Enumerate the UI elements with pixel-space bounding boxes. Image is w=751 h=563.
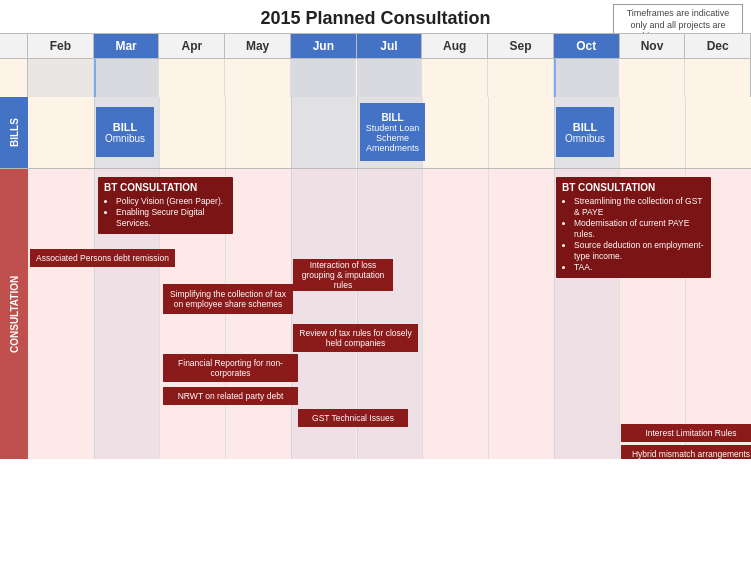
bt-consult-right-b3: Source deduction on employment-type inco… (574, 240, 705, 262)
band-col-sep (488, 59, 554, 97)
bills-shade-jun (291, 97, 357, 168)
vline-mar (94, 59, 96, 97)
bill-omnibus-2: BILL Omnibus (556, 107, 614, 157)
bill-student-loan: BILL Student Loan Scheme Amendments (360, 103, 425, 161)
bill1-title: BILL (113, 121, 137, 133)
bar-gst-technical: GST Technical Issues (298, 409, 408, 427)
band-col-jul (357, 59, 423, 97)
bt-consult-right-title: BT CONSULTATION (562, 182, 705, 193)
bills-row: BILLS BILL (0, 97, 751, 169)
band-col-may (225, 59, 291, 97)
bt-consult-right-b1: Streamlining the collection of GST & PAY… (574, 196, 705, 218)
bill2-title: BILL (381, 112, 403, 123)
grid-line-dec (685, 97, 686, 168)
bt-consult-right-b4: TAA. (574, 262, 705, 273)
top-band-content (28, 59, 751, 97)
bills-content: BILL Omnibus BILL Student Loan Scheme Am… (28, 97, 751, 168)
bar-financial-reporting: Financial Reporting for non-corporates (163, 354, 298, 382)
month-dec: Dec (685, 34, 751, 59)
top-band (0, 59, 751, 97)
timeline: Feb Mar Apr May Jun Jul Aug Sep Oct Nov … (0, 33, 751, 459)
bar-hybrid-mismatch: Hybrid mismatch arrangements (621, 445, 751, 459)
bar-associated-persons: Associated Persons debt remission (30, 249, 175, 267)
bill3-title: BILL (573, 121, 597, 133)
bill-omnibus-1: BILL Omnibus (96, 107, 154, 157)
label-spacer (0, 34, 28, 59)
band-col-oct (554, 59, 620, 97)
page: 2015 Planned Consultation Timeframes are… (0, 0, 751, 563)
grid-line-apr (159, 97, 160, 168)
bar-nrwt: NRWT on related party debt (163, 387, 298, 405)
month-may: May (225, 34, 291, 59)
header: 2015 Planned Consultation Timeframes are… (0, 0, 751, 33)
bt-consult-left-bullet2: Enabling Secure Digital Services. (116, 207, 227, 229)
months-row: Feb Mar Apr May Jun Jul Aug Sep Oct Nov … (0, 33, 751, 59)
band-col-nov (619, 59, 685, 97)
month-mar: Mar (94, 34, 160, 59)
bills-label: BILLS (0, 97, 28, 168)
band-col-jun (291, 59, 357, 97)
band-col-aug (422, 59, 488, 97)
bt-consultation-left: BT CONSULTATION Policy Vision (Green Pap… (98, 177, 233, 234)
month-sep: Sep (488, 34, 554, 59)
grid-line-nov (619, 97, 620, 168)
bt-consult-left-bullet1: Policy Vision (Green Paper). (116, 196, 227, 207)
bill2-subtitle: Student Loan Scheme Amendments (363, 123, 422, 153)
consultation-content: BT CONSULTATION Policy Vision (Green Pap… (28, 169, 751, 459)
grid-line-may (225, 97, 226, 168)
month-aug: Aug (422, 34, 488, 59)
bt-consult-left-title: BT CONSULTATION (104, 182, 227, 193)
bt-consultation-right: BT CONSULTATION Streamlining the collect… (556, 177, 711, 278)
vline-oct (554, 59, 556, 97)
month-jul: Jul (357, 34, 423, 59)
band-col-dec (685, 59, 751, 97)
band-col-feb (28, 59, 94, 97)
month-oct: Oct (554, 34, 620, 59)
top-band-spacer (0, 59, 28, 97)
month-feb: Feb (28, 34, 94, 59)
month-nov: Nov (620, 34, 686, 59)
consultation-label: CONSULTATION (0, 169, 28, 459)
bill3-subtitle: Omnibus (565, 133, 605, 144)
bar-tax-rules-closely-held: Review of tax rules for closely held com… (293, 324, 418, 352)
bt-consult-right-b2: Modernisation of current PAYE rules. (574, 218, 705, 240)
bar-loss-grouping: Interaction of loss grouping & imputatio… (293, 259, 393, 291)
bill1-subtitle: Omnibus (105, 133, 145, 144)
band-col-apr (159, 59, 225, 97)
bar-interest-limitation: Interest Limitation Rules (621, 424, 751, 442)
grid-line-sep (488, 97, 489, 168)
month-jun: Jun (291, 34, 357, 59)
band-col-mar (94, 59, 160, 97)
consultation-row: CONSULTATION (0, 169, 751, 459)
month-apr: Apr (159, 34, 225, 59)
bar-simplifying-tax: Simplifying the collection of tax on emp… (163, 284, 293, 314)
